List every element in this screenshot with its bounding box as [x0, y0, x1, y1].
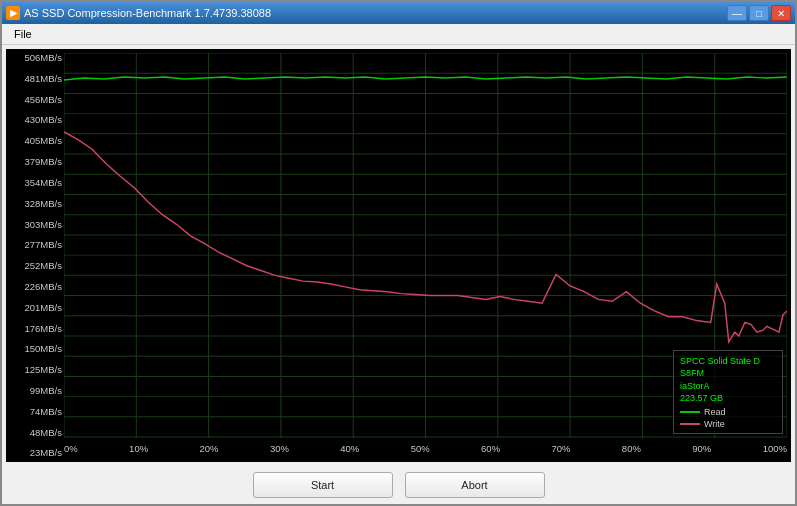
- main-window: ▶ AS SSD Compression-Benchmark 1.7.4739.…: [0, 0, 797, 506]
- close-button[interactable]: ✕: [771, 5, 791, 21]
- window-title: AS SSD Compression-Benchmark 1.7.4739.38…: [24, 7, 271, 19]
- y-label-12: 201MB/s: [8, 303, 62, 313]
- x-label-6: 60%: [481, 443, 500, 454]
- file-menu[interactable]: File: [8, 26, 38, 42]
- y-label-4: 405MB/s: [8, 136, 62, 146]
- y-label-15: 125MB/s: [8, 365, 62, 375]
- legend-read-label: Read: [704, 407, 726, 417]
- window-controls: — □ ✕: [727, 5, 791, 21]
- app-icon: ▶: [6, 6, 20, 20]
- maximize-button[interactable]: □: [749, 5, 769, 21]
- read-line-indicator: [680, 411, 700, 413]
- x-label-9: 90%: [692, 443, 711, 454]
- y-axis: 506MB/s 481MB/s 456MB/s 430MB/s 405MB/s …: [6, 49, 64, 462]
- abort-button[interactable]: Abort: [405, 472, 545, 498]
- legend: SPCC Solid State D S8FM iaStorA 223.57 G…: [673, 350, 783, 434]
- chart-container: 506MB/s 481MB/s 456MB/s 430MB/s 405MB/s …: [6, 49, 791, 462]
- y-label-2: 456MB/s: [8, 95, 62, 105]
- legend-read-item: Read: [680, 407, 776, 417]
- x-label-5: 50%: [411, 443, 430, 454]
- legend-size: 223.57 GB: [680, 392, 776, 405]
- legend-write-item: Write: [680, 419, 776, 429]
- title-bar: ▶ AS SSD Compression-Benchmark 1.7.4739.…: [2, 2, 795, 24]
- x-label-10: 100%: [763, 443, 787, 454]
- y-label-8: 303MB/s: [8, 220, 62, 230]
- x-label-1: 10%: [129, 443, 148, 454]
- start-button[interactable]: Start: [253, 472, 393, 498]
- chart-inner: 506MB/s 481MB/s 456MB/s 430MB/s 405MB/s …: [6, 49, 791, 462]
- x-label-8: 80%: [622, 443, 641, 454]
- y-label-6: 354MB/s: [8, 178, 62, 188]
- y-label-18: 48MB/s: [8, 428, 62, 438]
- menu-bar: File: [2, 24, 795, 45]
- minimize-button[interactable]: —: [727, 5, 747, 21]
- bottom-bar: Start Abort: [2, 466, 795, 504]
- legend-write-label: Write: [704, 419, 725, 429]
- y-label-14: 150MB/s: [8, 344, 62, 354]
- y-label-1: 481MB/s: [8, 74, 62, 84]
- legend-drive: SPCC Solid State D: [680, 355, 776, 368]
- x-label-4: 40%: [340, 443, 359, 454]
- x-label-0: 0%: [64, 443, 78, 454]
- y-label-9: 277MB/s: [8, 240, 62, 250]
- y-label-0: 506MB/s: [8, 53, 62, 63]
- x-axis: 0% 10% 20% 30% 40% 50% 60% 70% 80% 90% 1…: [64, 438, 787, 458]
- x-label-3: 30%: [270, 443, 289, 454]
- y-label-5: 379MB/s: [8, 157, 62, 167]
- legend-driver: iaStorA: [680, 380, 776, 393]
- write-line-indicator: [680, 423, 700, 425]
- y-label-19: 23MB/s: [8, 448, 62, 458]
- y-label-17: 74MB/s: [8, 407, 62, 417]
- y-label-10: 252MB/s: [8, 261, 62, 271]
- legend-model: S8FM: [680, 367, 776, 380]
- x-label-2: 20%: [200, 443, 219, 454]
- y-label-11: 226MB/s: [8, 282, 62, 292]
- y-label-7: 328MB/s: [8, 199, 62, 209]
- x-label-7: 70%: [551, 443, 570, 454]
- y-label-16: 99MB/s: [8, 386, 62, 396]
- y-label-3: 430MB/s: [8, 115, 62, 125]
- y-label-13: 176MB/s: [8, 324, 62, 334]
